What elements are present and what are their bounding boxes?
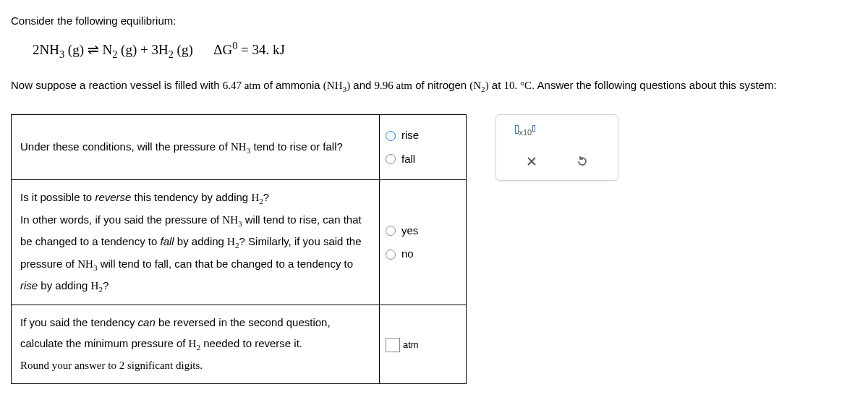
formula: NH3 [222, 214, 242, 226]
t: Under these conditions, will the pressur… [20, 140, 231, 153]
t: . Answer the following questions about t… [532, 79, 777, 91]
box-icon [515, 125, 519, 134]
f: H [189, 338, 197, 349]
f: H [251, 192, 259, 203]
val: 10. °C [504, 80, 532, 91]
eq-mid: (g) + 3H [117, 42, 168, 57]
f: NH [77, 258, 93, 270]
radio-yes[interactable]: yes [386, 221, 460, 242]
dg-label: ΔG [213, 42, 232, 57]
f: H [227, 236, 235, 247]
clear-button[interactable] [522, 153, 542, 170]
em: rise [20, 279, 38, 292]
t: ? [103, 279, 109, 292]
q2-text: Is it possible to reverse this tendency … [12, 180, 380, 305]
unit-label: atm [403, 339, 419, 350]
pressure-input[interactable] [386, 338, 400, 352]
label: yes [401, 221, 418, 242]
dg-val: = 34. kJ [237, 42, 285, 57]
t: at [489, 79, 504, 91]
q1-text: Under these conditions, will the pressur… [12, 115, 380, 180]
box-icon [532, 125, 535, 132]
f: NH [231, 141, 247, 153]
formula: H2 [227, 236, 239, 247]
t: and [350, 79, 374, 91]
t: ? [263, 191, 269, 203]
t: Now suppose a reaction vessel is filled … [11, 79, 223, 91]
t: of ammonia [260, 79, 323, 91]
reset-icon [576, 155, 589, 168]
q1-answers: rise fall [380, 115, 467, 180]
radio-icon [386, 250, 396, 260]
radio-rise[interactable]: rise [386, 125, 460, 146]
t: Is it possible to [20, 191, 95, 203]
q3-answer: atm [380, 305, 467, 383]
t: If you said the tendency [20, 316, 138, 328]
eq-state: (g) ⇌ N [64, 42, 112, 57]
f: (N [469, 80, 481, 91]
t: Round your answer to 2 significant digit… [20, 359, 203, 371]
intro-text: Consider the following equilibrium: [11, 14, 857, 27]
eq-sub: 3 [59, 48, 64, 60]
radio-icon [386, 226, 396, 236]
question-table: Under these conditions, will the pressur… [11, 114, 467, 383]
t: needed to reverse it. [200, 337, 302, 349]
t: tend to rise or fall? [250, 140, 343, 153]
x10-label: x10 [519, 128, 532, 137]
label: no [401, 244, 414, 265]
val: 6.47 atm [223, 80, 261, 91]
eq-lhs: 2NH [33, 42, 59, 57]
label: rise [401, 125, 419, 146]
f: H [91, 280, 99, 292]
em: fall [160, 235, 174, 247]
eq-state: (g) [174, 42, 193, 57]
t: will tend to fall, can that be changed t… [98, 258, 354, 270]
t: In other words, if you said the pressure… [20, 213, 222, 226]
formula: (NH3) [323, 80, 350, 91]
radio-icon [386, 154, 396, 164]
prompt-text: Now suppose a reaction vessel is filled … [11, 75, 857, 96]
q2-answers: yes no [380, 180, 467, 305]
formula: NH3 [231, 141, 250, 153]
t: by adding [38, 279, 90, 292]
radio-no[interactable]: no [386, 244, 460, 265]
formula: NH3 [77, 258, 97, 270]
t: of nitrogen [412, 79, 469, 91]
equilibrium-equation: 2NH3 (g) ⇌ N2 (g) + 3H2 (g) ΔG0 = 34. kJ [33, 40, 857, 61]
x-icon [526, 156, 537, 167]
formula: H2 [91, 280, 103, 292]
radio-icon [386, 131, 396, 141]
toolbox-panel: x10 [495, 114, 618, 181]
f: NH [222, 214, 238, 226]
em: can [138, 316, 156, 328]
t: by adding [174, 235, 227, 247]
em: reverse [95, 191, 131, 203]
formula: H2 [189, 338, 200, 349]
label: fall [401, 149, 415, 170]
formula: (N2) [469, 80, 488, 91]
radio-fall[interactable]: fall [386, 149, 460, 170]
sci-notation-button[interactable]: x10 [515, 125, 535, 142]
f: (NH [323, 80, 343, 91]
reset-button[interactable] [572, 153, 592, 170]
eq-sub: 2 [169, 48, 174, 60]
formula: H2 [251, 192, 263, 203]
t: this tendency by adding [131, 191, 251, 203]
q3-text: If you said the tendency can be reversed… [12, 305, 380, 383]
val: 9.96 atm [375, 80, 413, 91]
